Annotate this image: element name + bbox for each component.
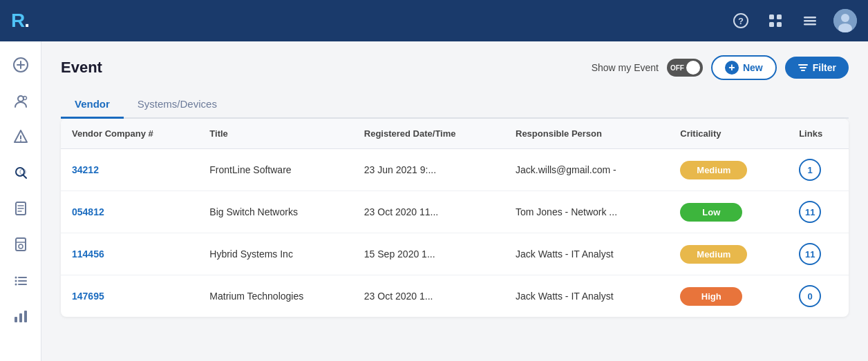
svg-point-15	[18, 96, 23, 101]
sidebar-item-users[interactable]	[6, 86, 36, 116]
header-actions: Show my Event OFF + New Filter	[592, 55, 849, 80]
top-navigation: R. ?	[0, 0, 868, 41]
vendor-title: Matrium Technologies	[198, 275, 352, 318]
svg-rect-34	[15, 317, 17, 322]
criticality-badge: Medium	[680, 161, 747, 179]
svg-rect-35	[19, 313, 22, 322]
link-count-badge: 1	[799, 159, 821, 181]
criticality-badge: High	[680, 287, 742, 306]
col-links: Links	[788, 119, 849, 149]
new-button[interactable]: + New	[711, 55, 777, 80]
responsible-person: Jack Watts - IT Analyst	[504, 275, 669, 318]
sidebar	[0, 41, 41, 361]
svg-point-18	[20, 140, 21, 142]
vendor-title: Hybrid Systems Inc	[198, 233, 352, 275]
svg-rect-4	[769, 22, 774, 27]
svg-text:?: ?	[738, 16, 744, 26]
registered-date: 23 Oct 2020 1...	[353, 275, 504, 318]
sidebar-item-files[interactable]	[6, 229, 36, 260]
criticality-badge-cell: High	[669, 275, 788, 318]
table-row: 114456 Hybrid Systems Inc 15 Sep 2020 1.…	[61, 233, 849, 275]
svg-rect-3	[777, 14, 782, 19]
sidebar-item-add[interactable]	[6, 50, 36, 80]
svg-point-32	[15, 284, 17, 286]
svg-point-30	[15, 280, 17, 282]
criticality-badge-cell: Low	[669, 191, 788, 233]
responsible-person: Jack.wills@gmail.com -	[504, 149, 669, 191]
link-count-badge: 11	[799, 201, 821, 223]
registered-date: 23 Oct 2020 11...	[353, 191, 504, 233]
toggle-knob	[686, 61, 700, 75]
sidebar-item-alerts[interactable]	[6, 121, 36, 152]
menu-icon[interactable]	[799, 10, 821, 32]
registered-date: 23 Jun 2021 9:...	[353, 149, 504, 191]
page-title: Event	[61, 59, 102, 77]
col-registered-datetime: Registered Date/Time	[353, 119, 504, 149]
criticality-badge-cell: Medium	[669, 149, 788, 191]
content-area: Event Show my Event OFF + New	[41, 41, 868, 361]
responsible-person: Tom Jones - Network ...	[504, 191, 669, 233]
link-count-badge: 11	[799, 243, 821, 265]
col-title: Title	[198, 119, 352, 149]
tab-systems-devices[interactable]: Systems/Devices	[124, 91, 231, 119]
col-responsible-person: Responsible Person	[504, 119, 669, 149]
grid-icon[interactable]	[764, 10, 786, 32]
show-my-event-label: Show my Event	[592, 62, 659, 73]
app-logo: R.	[11, 10, 29, 32]
svg-rect-7	[804, 20, 816, 22]
vendor-title: Big Switch Networks	[198, 191, 352, 233]
links-cell: 0	[788, 275, 849, 318]
vendor-id[interactable]: 114456	[72, 248, 104, 260]
svg-line-21	[23, 175, 26, 179]
svg-rect-36	[24, 311, 27, 322]
table-header-row: Vendor Company # Title Registered Date/T…	[61, 119, 849, 149]
new-plus-icon: +	[725, 61, 739, 75]
svg-point-16	[23, 97, 26, 100]
link-count-badge: 0	[799, 285, 821, 307]
table-row: 34212 FrontLine Software 23 Jun 2021 9:.…	[61, 149, 849, 191]
tab-vendor[interactable]: Vendor	[61, 91, 124, 119]
vendor-id[interactable]: 147695	[72, 291, 104, 302]
criticality-badge: Medium	[680, 245, 747, 264]
vendor-id[interactable]: 34212	[72, 164, 99, 175]
svg-point-10	[841, 14, 849, 22]
vendor-table: Vendor Company # Title Registered Date/T…	[61, 119, 849, 317]
avatar[interactable]	[833, 9, 857, 32]
help-icon[interactable]: ?	[730, 10, 752, 32]
responsible-person: Jack Watts - IT Analyst	[504, 233, 669, 275]
tabs: Vendor Systems/Devices	[61, 91, 849, 119]
col-vendor-company: Vendor Company #	[61, 119, 198, 149]
svg-point-28	[15, 277, 17, 279]
svg-rect-2	[769, 14, 774, 19]
criticality-badge: Low	[680, 203, 742, 222]
table-row: 054812 Big Switch Networks 23 Oct 2020 1…	[61, 191, 849, 233]
sidebar-item-list[interactable]	[6, 265, 36, 295]
main-layout: Event Show my Event OFF + New	[0, 41, 868, 361]
vendor-title: FrontLine Software	[198, 149, 352, 191]
sidebar-item-chart[interactable]	[6, 301, 36, 331]
links-cell: 11	[788, 191, 849, 233]
criticality-badge-cell: Medium	[669, 233, 788, 275]
links-cell: 11	[788, 233, 849, 275]
show-my-event-toggle[interactable]: OFF	[667, 59, 703, 77]
sidebar-item-search[interactable]	[6, 157, 36, 188]
links-cell: 1	[788, 149, 849, 191]
registered-date: 15 Sep 2020 1...	[353, 233, 504, 275]
col-criticality: Criticality	[669, 119, 788, 149]
table-row: 147695 Matrium Technologies 23 Oct 2020 …	[61, 275, 849, 318]
svg-rect-5	[777, 22, 782, 27]
sidebar-item-docs[interactable]	[6, 193, 36, 224]
svg-rect-6	[804, 17, 816, 19]
svg-rect-8	[804, 23, 816, 26]
page-header: Event Show my Event OFF + New	[61, 55, 849, 80]
filter-icon	[798, 62, 809, 73]
svg-point-27	[19, 244, 23, 248]
filter-button[interactable]: Filter	[785, 57, 849, 79]
vendor-id[interactable]: 054812	[72, 206, 104, 217]
